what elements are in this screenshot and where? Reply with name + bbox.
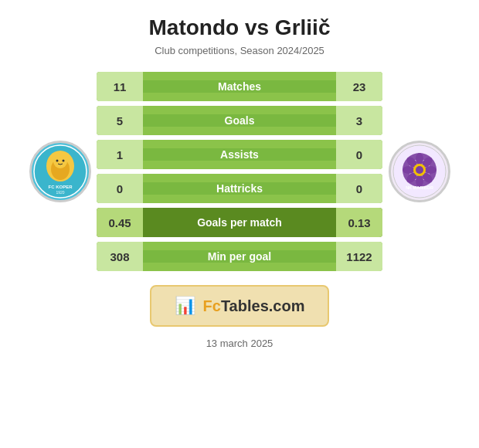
stat-right-min-per-goal: 1122 — [336, 242, 382, 271]
fctables-banner: 📊 FcTables.com — [150, 285, 330, 327]
stat-right-goals: 3 — [336, 106, 382, 135]
svg-point-5 — [62, 160, 64, 162]
fctables-text: FcTables.com — [203, 297, 305, 315]
stat-row-assists: 1 Assists 0 — [97, 140, 382, 169]
stat-right-matches: 23 — [336, 72, 382, 101]
stat-label-goals: Goals — [143, 114, 336, 127]
stat-left-hattricks: 0 — [97, 174, 143, 203]
svg-point-3 — [53, 154, 67, 168]
svg-text:NK MARIBOR: NK MARIBOR — [406, 185, 433, 190]
koper-logo-svg: FC KOPER 1920 — [33, 144, 87, 199]
stat-right-goals-per-match: 0.13 — [336, 208, 382, 237]
page-title: Matondo vs Grliič — [149, 15, 331, 40]
svg-text:FC KOPER: FC KOPER — [48, 185, 73, 189]
stat-left-min-per-goal: 308 — [97, 242, 143, 271]
stat-row-min-per-goal: 308 Min per goal 1122 — [97, 242, 382, 271]
fctables-icon: 📊 — [175, 296, 195, 316]
stat-left-assists: 1 — [97, 140, 143, 169]
maribor-logo-svg: NK MARIBOR — [392, 144, 447, 199]
stat-row-goals: 5 Goals 3 — [97, 106, 382, 135]
team-right-logo: NK MARIBOR — [382, 141, 456, 202]
stat-label-hattricks: Hattricks — [143, 182, 336, 195]
stat-label-min-per-goal: Min per goal — [143, 250, 336, 263]
main-content: FC KOPER 1920 11 Matches 23 5 Goals 3 1 … — [8, 72, 471, 271]
stat-left-goals-per-match: 0.45 — [97, 208, 143, 237]
stat-label-goals-per-match: Goals per match — [143, 216, 336, 229]
stat-left-matches: 11 — [97, 72, 143, 101]
stat-row-goals-per-match: 0.45 Goals per match 0.13 — [97, 208, 382, 237]
svg-text:1920: 1920 — [56, 190, 64, 195]
stat-row-hattricks: 0 Hattricks 0 — [97, 174, 382, 203]
page-subtitle: Club competitions, Season 2024/2025 — [155, 45, 324, 56]
stat-row-matches: 11 Matches 23 — [97, 72, 382, 101]
svg-point-4 — [56, 160, 58, 162]
stat-left-goals: 5 — [97, 106, 143, 135]
stats-table: 11 Matches 23 5 Goals 3 1 Assists 0 0 Ha… — [97, 72, 382, 271]
team-left-logo: FC KOPER 1920 — [23, 141, 97, 202]
stat-right-hattricks: 0 — [336, 174, 382, 203]
stat-label-matches: Matches — [143, 80, 336, 93]
date-label: 13 march 2025 — [206, 338, 273, 349]
stat-right-assists: 0 — [336, 140, 382, 169]
stat-label-assists: Assists — [143, 148, 336, 161]
svg-point-20 — [416, 166, 423, 174]
